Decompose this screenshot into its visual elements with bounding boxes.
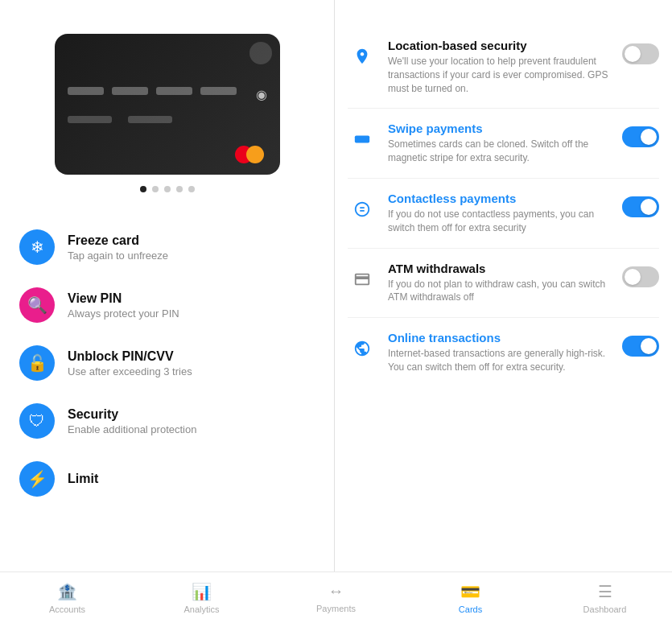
toggle-knob-0 [625, 46, 641, 62]
menu-icon-2: 🔓 [19, 345, 55, 381]
nav-item-cards[interactable]: 💳 Cards [403, 576, 538, 621]
menu-item-text-4: Limit [68, 472, 98, 486]
card-wrapper: ◉ [55, 34, 280, 175]
menu-item-title-0: Freeze card [68, 233, 168, 248]
sec-icon-4 [348, 334, 377, 363]
menu-icon-4: ⚡ [19, 461, 55, 497]
toggle-container-2 [622, 196, 659, 217]
sec-title-3: ATM withdrawals [388, 262, 611, 275]
toggle-0[interactable] [622, 43, 659, 64]
nav-icon-4: ☰ [598, 582, 612, 601]
sec-content-0: Location-based security We'll use your l… [388, 39, 611, 95]
security-item-0: Location-based security We'll use your l… [348, 26, 659, 109]
menu-item-text-2: Unblock PIN/CVV Use after exceeding 3 tr… [68, 349, 192, 378]
menu-item-2[interactable]: 🔓 Unblock PIN/CVV Use after exceeding 3 … [0, 334, 334, 392]
security-item-4: Online transactions Internet-based trans… [348, 318, 659, 387]
card-chip-row: ◉ [68, 87, 267, 102]
nav-icon-0: 🏦 [57, 582, 77, 601]
menu-item-title-1: View PIN [68, 291, 179, 306]
dot-2[interactable] [152, 186, 159, 192]
toggle-3[interactable] [622, 266, 659, 287]
menu-item-title-2: Unblock PIN/CVV [68, 349, 192, 364]
mastercard [235, 146, 269, 163]
sec-desc-3: If you do not plan to withdraw cash, you… [388, 278, 611, 305]
toggle-knob-2 [641, 199, 657, 215]
card-more-button[interactable] [249, 42, 272, 64]
menu-icon-0: ❄ [19, 229, 55, 265]
menu-list: ❄ Freeze card Tap again to unfreeze 🔍 Vi… [0, 218, 334, 571]
nav-icon-2: ↔ [328, 582, 344, 600]
menu-item-subtitle-2: Use after exceeding 3 tries [68, 365, 192, 378]
menu-item-3[interactable]: 🛡 Security Enable additional protection [0, 392, 334, 450]
sec-icon-0 [348, 42, 377, 71]
sec-icon-2 [348, 195, 377, 224]
toggle-container-0 [622, 43, 659, 64]
toggle-container-3 [622, 266, 659, 287]
left-panel: ◉ [0, 0, 334, 571]
menu-item-title-3: Security [68, 407, 196, 422]
toggle-knob-3 [625, 269, 641, 285]
card-black: ◉ [55, 34, 280, 175]
menu-item-0[interactable]: ❄ Freeze card Tap again to unfreeze [0, 218, 334, 276]
menu-item-1[interactable]: 🔍 View PIN Always protect your PIN [0, 276, 334, 334]
nav-icon-3: 💳 [460, 582, 480, 601]
chip-3 [156, 87, 192, 95]
toggle-container-4 [622, 336, 659, 357]
card-dots [0, 186, 334, 192]
menu-item-text-3: Security Enable additional protection [68, 407, 196, 435]
sec-desc-1: Sometimes cards can be cloned. Switch of… [388, 138, 611, 165]
not-received-link[interactable] [0, 197, 334, 218]
dot-3[interactable] [164, 186, 171, 192]
sec-desc-0: We'll use your location to help prevent … [388, 55, 611, 95]
chip-2 [112, 87, 148, 95]
menu-item-title-4: Limit [68, 472, 98, 486]
toggle-knob-1 [641, 129, 657, 145]
menu-item-subtitle-3: Enable additional protection [68, 423, 196, 435]
chip-1 [68, 87, 104, 95]
mc-circle-orange [246, 146, 264, 163]
dot-5[interactable] [188, 186, 195, 192]
nav-item-dashboard[interactable]: ☰ Dashboard [538, 576, 672, 621]
security-item-1: Swipe payments Sometimes cards can be cl… [348, 109, 659, 179]
nav-label-1: Analytics [183, 604, 219, 614]
sec-content-2: Contactless payments If you do not use c… [388, 192, 611, 235]
sec-title-1: Swipe payments [388, 122, 611, 135]
bottom-nav: 🏦 Accounts 📊 Analytics ↔ Payments 💳 Card… [0, 571, 672, 623]
sec-icon-3 [348, 265, 377, 294]
cvv-value [128, 116, 172, 123]
security-item-3: ATM withdrawals If you do not plan to wi… [348, 249, 659, 319]
nav-icon-1: 📊 [192, 582, 212, 601]
chip-4 [200, 87, 237, 95]
menu-item-subtitle-0: Tap again to unfreeze [68, 250, 168, 262]
nav-item-accounts[interactable]: 🏦 Accounts [0, 576, 134, 621]
nav-label-4: Dashboard [583, 604, 627, 614]
card-area: ◉ [0, 26, 334, 175]
dot-1[interactable] [140, 186, 146, 192]
toggle-1[interactable] [622, 126, 659, 147]
sec-title-2: Contactless payments [388, 192, 611, 205]
right-header [335, 0, 672, 26]
right-panel: Location-based security We'll use your l… [335, 0, 672, 571]
sec-title-0: Location-based security [388, 39, 611, 52]
valid-thru [68, 113, 112, 123]
dot-4[interactable] [176, 186, 183, 192]
nfc-icon: ◉ [256, 87, 267, 102]
nav-item-payments[interactable]: ↔ Payments [269, 576, 403, 620]
security-list: Location-based security We'll use your l… [335, 26, 672, 571]
sec-icon-1 [348, 125, 377, 154]
valid-value [68, 116, 112, 123]
nav-item-analytics[interactable]: 📊 Analytics [134, 576, 269, 621]
svg-rect-0 [355, 136, 369, 143]
nav-label-2: Payments [316, 604, 356, 613]
sec-content-4: Online transactions Internet-based trans… [388, 331, 611, 374]
menu-item-4[interactable]: ⚡ Limit [0, 450, 334, 508]
sec-title-4: Online transactions [388, 331, 611, 345]
left-header [0, 0, 334, 26]
menu-item-subtitle-1: Always protect your PIN [68, 307, 179, 320]
nav-label-3: Cards [459, 604, 482, 614]
nav-label-0: Accounts [49, 604, 85, 614]
toggle-4[interactable] [622, 336, 659, 357]
sec-desc-4: Internet-based transactions are generall… [388, 347, 611, 374]
toggle-2[interactable] [622, 196, 659, 217]
security-item-2: Contactless payments If you do not use c… [348, 179, 659, 249]
